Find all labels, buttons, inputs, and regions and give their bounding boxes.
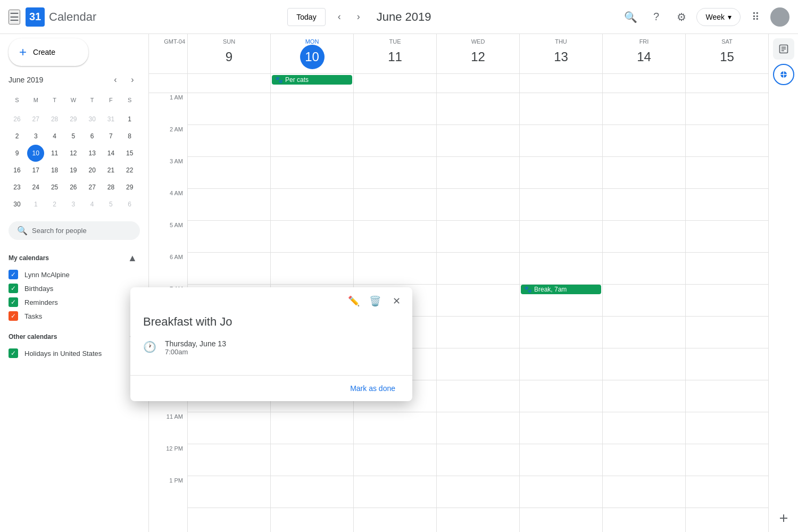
popup-close-button[interactable]: ✕ [387, 292, 406, 311]
mini-cal-today[interactable]: 10 [27, 145, 44, 162]
allday-col-wed[interactable] [436, 74, 519, 93]
allday-col-thu[interactable] [519, 74, 602, 93]
mini-cal-day[interactable]: 8 [121, 128, 138, 145]
popup-title: Breakfast with Jo [143, 315, 400, 329]
add-panel-icon[interactable] [774, 509, 793, 528]
mini-cal-day[interactable]: 2 [46, 196, 63, 213]
day-header-sun[interactable]: SUN 9 [187, 34, 270, 73]
search-button[interactable]: 🔍 [620, 6, 641, 28]
calendar-item-tasks[interactable]: ✓ Tasks [9, 309, 140, 323]
nav-right: 🔍 ? ⚙ Week ▾ ⠿ [620, 6, 789, 28]
mini-cal-day[interactable]: 3 [27, 128, 44, 145]
mini-cal-day[interactable]: 4 [84, 196, 101, 213]
mini-cal-day[interactable]: 30 [84, 111, 101, 128]
day-header-sat[interactable]: SAT 15 [685, 34, 768, 73]
apps-button[interactable]: ⠿ [745, 6, 766, 28]
mini-cal-day[interactable]: 31 [102, 111, 119, 128]
help-button[interactable]: ? [645, 6, 667, 28]
mini-cal-day[interactable]: 2 [9, 128, 26, 145]
day-header-wed[interactable]: WED 12 [436, 34, 519, 73]
mini-cal-day[interactable]: 13 [84, 145, 101, 162]
my-calendars-collapse[interactable]: ▲ [125, 251, 140, 265]
mini-cal-day[interactable]: 26 [9, 111, 26, 128]
mini-cal-day[interactable]: 29 [65, 111, 82, 128]
allday-col-sun[interactable] [187, 74, 270, 93]
calendar-label-lynn: Lynn McAlpine [24, 271, 70, 279]
mini-cal-day[interactable]: 5 [65, 128, 82, 145]
calendar-item-lynn[interactable]: ✓ Lynn McAlpine [9, 268, 140, 281]
mini-cal-day[interactable]: 26 [65, 179, 82, 196]
day-header-tue[interactable]: TUE 11 [353, 34, 436, 73]
mini-cal-day[interactable]: 27 [27, 111, 44, 128]
mini-cal-day[interactable]: 15 [121, 145, 138, 162]
mini-cal-day[interactable]: 23 [9, 179, 26, 196]
mini-cal-day[interactable]: 1 [121, 111, 138, 128]
mini-cal-day[interactable]: 14 [102, 145, 119, 162]
mark-done-button[interactable]: Mark as done [342, 380, 404, 397]
week-view-button[interactable]: Week ▾ [696, 8, 741, 26]
mini-cal-day[interactable]: 1 [27, 196, 44, 213]
settings-button[interactable]: ⚙ [671, 6, 692, 28]
allday-col-fri[interactable] [602, 74, 685, 93]
mini-cal-day[interactable]: 5 [102, 196, 119, 213]
next-button[interactable]: › [349, 7, 368, 27]
allday-col-sat[interactable] [685, 74, 768, 93]
day-col-fri[interactable] [602, 93, 685, 532]
day-header-thu[interactable]: THU 13 [519, 34, 602, 73]
mini-cal-day[interactable]: 25 [46, 179, 63, 196]
allday-col-tue[interactable] [353, 74, 436, 93]
popup-delete-button[interactable]: 🗑️ [365, 292, 385, 311]
search-people[interactable]: 🔍 Search for people [9, 221, 140, 240]
mini-cal-day[interactable]: 24 [27, 179, 44, 196]
day-col-thu[interactable]: 🐾 Break, 7am [519, 93, 602, 532]
mini-cal-day[interactable]: 18 [46, 162, 63, 179]
day-col-sat[interactable] [685, 93, 768, 532]
mini-cal-day[interactable]: 3 [65, 196, 82, 213]
today-button[interactable]: Today [287, 8, 325, 26]
mini-cal-day[interactable]: 6 [121, 196, 138, 213]
time-label-1pm: 1 PM [149, 476, 187, 508]
mini-cal-day[interactable]: 28 [102, 179, 119, 196]
my-calendars-title[interactable]: My calendars [9, 254, 49, 262]
mini-cal-day[interactable]: 29 [121, 179, 138, 196]
tasks-panel-icon[interactable] [773, 38, 794, 60]
mini-cal-title: June 2019 [9, 76, 43, 84]
clock-icon: 🕐 [143, 340, 156, 353]
event-break[interactable]: 🐾 Break, 7am [521, 285, 601, 294]
mini-cal-day[interactable]: 27 [84, 179, 101, 196]
day-col-wed[interactable] [436, 93, 519, 532]
mini-cal-day[interactable]: 11 [46, 145, 63, 162]
allday-col-mon[interactable]: 🐾 Per cats [270, 74, 353, 93]
mini-cal-day[interactable]: 4 [46, 128, 63, 145]
mini-cal-day[interactable]: 21 [102, 162, 119, 179]
mini-cal-day[interactable]: 9 [9, 145, 26, 162]
mini-cal-prev[interactable]: ‹ [108, 72, 123, 87]
mini-cal-day[interactable]: 28 [46, 111, 63, 128]
calendar-item-holidays[interactable]: ✓ Holidays in United States [9, 346, 140, 360]
mini-cal-day[interactable]: 12 [65, 145, 82, 162]
create-button[interactable]: + Create [9, 38, 88, 66]
keep-panel-icon[interactable] [773, 64, 794, 85]
mini-cal-day[interactable]: 20 [84, 162, 101, 179]
mini-cal-day[interactable]: 19 [65, 162, 82, 179]
calendar-item-birthdays[interactable]: ✓ Birthdays [9, 281, 140, 295]
time-label-5am: 5 AM [149, 221, 187, 253]
hamburger-button[interactable]: ☰ [9, 10, 20, 24]
mini-cal-day[interactable]: 6 [84, 128, 101, 145]
day-header-mon[interactable]: MON 10 [270, 34, 353, 73]
mini-cal-day[interactable]: 22 [121, 162, 138, 179]
other-calendars-title[interactable]: Other calendars [9, 333, 57, 340]
mini-cal-next[interactable]: › [125, 72, 140, 87]
mini-cal-day[interactable]: 30 [9, 196, 26, 213]
popup-edit-button[interactable]: ✏️ [344, 292, 363, 311]
mini-cal-day[interactable]: 17 [27, 162, 44, 179]
calendar-item-reminders[interactable]: ✓ Reminders [9, 295, 140, 309]
avatar[interactable] [770, 7, 789, 27]
day-header-fri[interactable]: FRI 14 [602, 34, 685, 73]
mini-cal-day[interactable]: 16 [9, 162, 26, 179]
mini-cal-day[interactable]: 7 [102, 128, 119, 145]
allday-event-percats[interactable]: 🐾 Per cats [272, 75, 352, 85]
time-label-2am: 2 AM [149, 125, 187, 157]
prev-button[interactable]: ‹ [330, 7, 349, 27]
other-calendars-header: Other calendars + [9, 327, 140, 346]
